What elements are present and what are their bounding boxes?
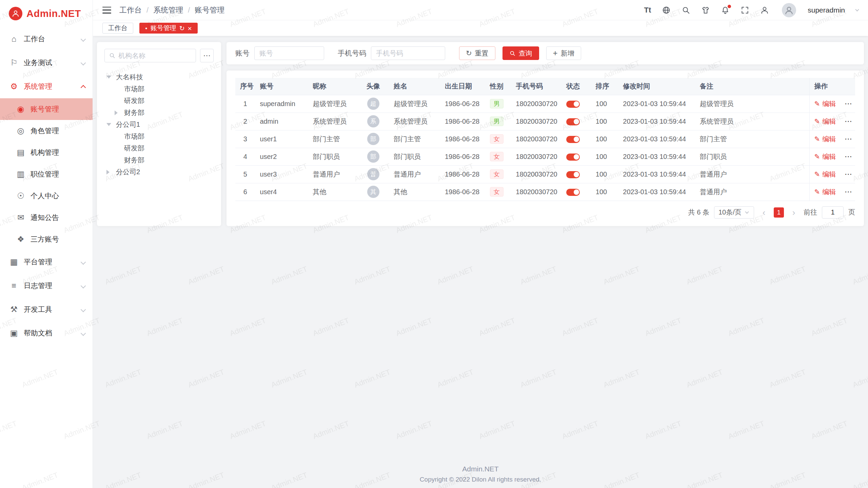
sidebar-item[interactable]: ◉ 账号管理 xyxy=(0,98,93,120)
status-toggle[interactable] xyxy=(566,154,580,161)
edit-button[interactable]: ✎ 编辑 xyxy=(814,187,836,197)
sidebar-item-label: 业务测试 xyxy=(24,58,52,67)
edit-button[interactable]: ✎ 编辑 xyxy=(814,99,836,108)
tree-node[interactable]: 财务部 xyxy=(104,154,214,166)
edit-button[interactable]: ✎ 编辑 xyxy=(814,170,836,179)
tab-refresh-icon[interactable]: ↻ xyxy=(179,24,185,32)
language-icon[interactable] xyxy=(662,6,671,15)
breadcrumb-item[interactable]: / 系统管理 xyxy=(142,5,183,15)
sidebar-item[interactable]: ▤ 机构管理 xyxy=(0,142,93,163)
tree-node[interactable]: 分公司2 xyxy=(104,166,214,178)
table-row: 1 superadmin 超级管理员 超 超级管理员 1986-06-28 男 … xyxy=(235,95,855,113)
edit-icon: ✎ xyxy=(814,100,820,108)
page-number-button[interactable]: 1 xyxy=(774,207,784,218)
sidebar-item[interactable]: ▦ 平台管理 xyxy=(0,250,93,274)
add-button[interactable]: + 新增 xyxy=(546,46,581,60)
page-size-select[interactable]: 10条/页 xyxy=(714,206,754,219)
sidebar-item[interactable]: ⚐ 业务测试 xyxy=(0,51,93,75)
fullscreen-icon[interactable] xyxy=(741,6,749,15)
status-toggle[interactable] xyxy=(566,101,580,108)
tree-caret-icon[interactable] xyxy=(106,123,116,126)
reset-button[interactable]: ↻ 重置 xyxy=(459,46,495,60)
menu-collapse-icon[interactable] xyxy=(102,7,111,14)
tree-node[interactable]: 研发部 xyxy=(104,95,214,107)
column-header: 头像 xyxy=(357,78,389,95)
prev-page-button[interactable]: ‹ xyxy=(759,208,769,217)
more-actions-button[interactable]: ⋯ xyxy=(845,99,852,108)
profile-icon[interactable] xyxy=(760,6,769,15)
more-actions-button[interactable]: ⋯ xyxy=(845,170,852,178)
tree-node[interactable]: 研发部 xyxy=(104,142,214,154)
org-search-input[interactable] xyxy=(118,52,192,60)
sidebar-item[interactable]: ⚒ 开发工具 xyxy=(0,298,93,321)
sidebar-item[interactable]: ▣ 帮助文档 xyxy=(0,321,93,345)
tab-close-icon[interactable]: × xyxy=(188,25,192,32)
sidebar-item-label: 个人中心 xyxy=(31,191,59,201)
tree-node[interactable]: 市场部 xyxy=(104,83,214,95)
status-toggle[interactable] xyxy=(566,118,580,125)
view-tab[interactable]: 工作台 xyxy=(102,23,133,34)
sidebar-item[interactable]: ▥ 职位管理 xyxy=(0,163,93,185)
tree-node[interactable]: 分公司1 xyxy=(104,119,214,130)
pagination: 共 6 条 10条/页 ‹ 1 › 前往 页 xyxy=(235,206,855,219)
status-toggle[interactable] xyxy=(566,136,580,143)
app-logo: Admin.NET xyxy=(0,0,93,27)
row-avatar: 部 xyxy=(367,150,379,163)
edit-button[interactable]: ✎ 编辑 xyxy=(814,117,836,126)
more-actions-button[interactable]: ⋯ xyxy=(845,187,852,196)
user-menu-caret-icon[interactable] xyxy=(855,7,859,11)
view-tab[interactable]: ● 账号管理 ↻ × xyxy=(139,23,198,34)
notification-icon[interactable] xyxy=(721,6,730,15)
tree-caret-icon[interactable] xyxy=(106,170,116,175)
status-toggle[interactable] xyxy=(566,189,580,196)
cell-phone: 18020030720 xyxy=(511,113,561,130)
chevron-down-icon xyxy=(81,283,86,288)
sidebar-item[interactable]: ◎ 角色管理 xyxy=(0,120,93,142)
sidebar-item[interactable]: ✉ 通知公告 xyxy=(0,207,93,228)
cell-name: 超级管理员 xyxy=(389,95,440,113)
cell-account: user3 xyxy=(255,165,308,183)
cell-no: 4 xyxy=(235,148,255,165)
edit-button[interactable]: ✎ 编辑 xyxy=(814,135,836,144)
tree-caret-icon[interactable] xyxy=(106,76,116,79)
plus-icon: + xyxy=(553,49,558,57)
more-actions-button[interactable]: ⋯ xyxy=(845,117,852,125)
sidebar-item[interactable]: ⚙ 系统管理 xyxy=(0,75,93,98)
status-toggle[interactable] xyxy=(566,171,580,178)
breadcrumb-item[interactable]: / 账号管理 xyxy=(183,5,224,15)
layout-config-icon[interactable] xyxy=(701,6,710,15)
more-actions-button[interactable]: ⋯ xyxy=(845,135,852,143)
query-form: 账号 手机号码 ↻ 重置 查询 + 新增 xyxy=(226,42,864,64)
sidebar-item[interactable]: ❖ 三方账号 xyxy=(0,228,93,250)
cell-name: 部门主管 xyxy=(389,130,440,148)
active-dot-icon: ● xyxy=(145,26,147,30)
column-header: 姓名 xyxy=(389,78,440,95)
username[interactable]: superadmin xyxy=(808,6,845,14)
user-avatar[interactable] xyxy=(782,3,796,17)
search-button[interactable]: 查询 xyxy=(502,46,539,60)
sidebar-item[interactable]: ☉ 个人中心 xyxy=(0,185,93,207)
phone-input[interactable] xyxy=(371,46,445,60)
account-input[interactable] xyxy=(254,46,324,60)
tree-caret-icon[interactable] xyxy=(115,110,124,115)
tree-node[interactable]: 财务部 xyxy=(104,107,214,119)
chevron-down-icon xyxy=(81,36,86,42)
search-icon[interactable] xyxy=(682,6,690,15)
more-actions-button[interactable]: ⋯ xyxy=(845,152,852,161)
sidebar-item-label: 机构管理 xyxy=(31,148,59,157)
column-header: 状态 xyxy=(561,78,591,95)
tree-node[interactable]: 市场部 xyxy=(104,130,214,142)
breadcrumb-item[interactable]: 工作台 xyxy=(119,5,142,15)
edit-button[interactable]: ✎ 编辑 xyxy=(814,152,836,161)
tree-more-button[interactable]: ⋯ xyxy=(200,49,214,62)
sidebar-item[interactable]: ≡ 日志管理 xyxy=(0,274,93,298)
cell-remark: 普通用户 xyxy=(695,165,809,183)
goto-page-input[interactable] xyxy=(822,206,844,219)
sidebar-item[interactable]: ⌂ 工作台 xyxy=(0,27,93,51)
next-page-button[interactable]: › xyxy=(789,208,799,217)
cell-nickname: 普通用户 xyxy=(308,165,357,183)
tools-icon: ⚒ xyxy=(9,305,19,314)
brand-name: Admin.NET xyxy=(26,8,81,19)
font-size-icon[interactable]: Tt xyxy=(644,6,651,15)
tree-node[interactable]: 大名科技 xyxy=(104,71,214,83)
